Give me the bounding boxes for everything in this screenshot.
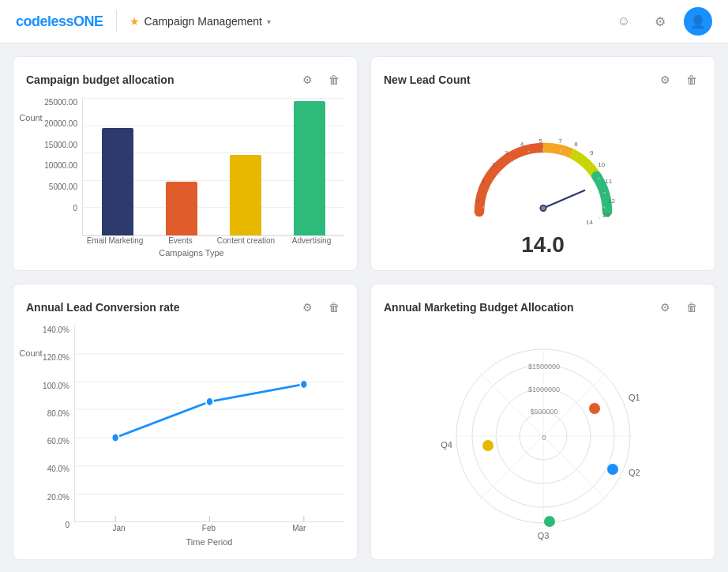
y-label: 40.0% <box>47 465 69 473</box>
logo: codelessONE <box>16 13 103 30</box>
settings-button[interactable]: ⚙ <box>655 297 675 318</box>
bar-chart-area: Count 25000.00 20000.00 15000.00 10000.0… <box>26 98 344 258</box>
header-divider <box>116 10 117 32</box>
delete-button[interactable]: 🗑 <box>324 297 344 318</box>
y-label: 80.0% <box>47 409 69 418</box>
y-label: 120.0% <box>43 353 69 362</box>
annual-conversion-card: Annual Lead Conversion rate ⚙ 🗑 Count 14… <box>13 284 358 560</box>
line-chart: Count 140.0% 120.0% 100.0% 80.0% 60.0% 4… <box>26 326 344 547</box>
card-header: Campaign budget allocation ⚙ 🗑 <box>26 70 344 90</box>
bar-group-email <box>91 101 145 235</box>
svg-text:10: 10 <box>598 161 605 168</box>
radial-svg: $500000 $1000000 $1500000 0 Q1 Q2 Q3 Q4 <box>433 326 654 547</box>
svg-text:7: 7 <box>558 137 562 145</box>
y-label: 10000.00 <box>44 161 77 170</box>
gauge-svg: 0 1 2 3 4 5 7 8 9 10 11 12 13 14 <box>448 98 638 240</box>
svg-text:Q2: Q2 <box>629 468 640 477</box>
svg-text:9: 9 <box>589 149 593 156</box>
svg-text:13: 13 <box>602 212 609 219</box>
svg-text:0: 0 <box>475 198 479 205</box>
bar-advertising <box>294 101 325 235</box>
bar-group-content <box>219 101 273 235</box>
y-label: 60.0% <box>47 437 69 446</box>
svg-text:$1000000: $1000000 <box>527 386 559 393</box>
chevron-down-icon: ▾ <box>267 17 271 26</box>
bar-email <box>102 128 133 235</box>
dashboard: Campaign budget allocation ⚙ 🗑 Count 250… <box>0 43 728 572</box>
svg-line-28 <box>543 190 584 209</box>
grid-line <box>83 98 344 99</box>
svg-point-59 <box>589 403 600 414</box>
avatar[interactable]: 👤 <box>684 7 712 36</box>
x-label-jan: Jan <box>113 524 126 532</box>
annual-budget-card: Annual Marketing Budget Allocation ⚙ 🗑 $… <box>370 284 715 560</box>
svg-point-30 <box>541 206 545 210</box>
bars-area <box>82 98 344 236</box>
bar-group-advertising <box>282 101 336 235</box>
logo-highlight: ONE <box>73 13 103 29</box>
svg-text:8: 8 <box>574 141 578 148</box>
svg-text:11: 11 <box>605 178 612 185</box>
svg-text:Q4: Q4 <box>441 440 452 450</box>
y-label: 140.0% <box>43 326 69 334</box>
svg-point-61 <box>544 516 555 527</box>
svg-point-62 <box>482 440 493 451</box>
new-lead-count-card: New Lead Count ⚙ 🗑 0 1 2 <box>370 56 715 271</box>
gauge-value: 14.0 <box>521 232 565 258</box>
card-header: Annual Marketing Budget Allocation ⚙ 🗑 <box>384 297 702 318</box>
delete-button[interactable]: 🗑 <box>324 70 344 90</box>
x-label: Advertising <box>279 236 344 245</box>
settings-button[interactable]: ⚙ <box>297 297 317 318</box>
card-actions: ⚙ 🗑 <box>655 70 702 90</box>
svg-text:$500000: $500000 <box>530 408 557 416</box>
delete-button[interactable]: 🗑 <box>681 70 702 90</box>
bar-chart: Count 25000.00 20000.00 15000.00 10000.0… <box>26 98 344 258</box>
card-header: New Lead Count ⚙ 🗑 <box>384 70 702 90</box>
svg-text:Q3: Q3 <box>537 531 549 540</box>
y-axis-title: Count <box>19 113 42 122</box>
header: codelessONE ★ Campaign Management ▾ ☺ ⚙ … <box>0 0 728 43</box>
annual-conversion-title: Annual Lead Conversion rate <box>26 301 297 314</box>
line-y-axis: 140.0% 120.0% 100.0% 80.0% 60.0% 40.0% 2… <box>39 326 74 547</box>
delete-button[interactable]: 🗑 <box>681 297 702 318</box>
x-axis-title: Campaigns Type <box>39 248 344 258</box>
svg-point-40 <box>112 433 119 442</box>
budget-allocation-title: Campaign budget allocation <box>26 73 297 86</box>
new-lead-title: New Lead Count <box>384 73 655 86</box>
x-label-mar: Mar <box>292 524 306 532</box>
y-label: 0 <box>73 204 77 213</box>
svg-text:Q1: Q1 <box>629 393 640 402</box>
bar-events <box>166 182 197 235</box>
budget-allocation-card: Campaign budget allocation ⚙ 🗑 Count 250… <box>13 56 358 271</box>
line-x-labels: Jan Feb Mar <box>74 522 344 534</box>
svg-text:2: 2 <box>491 161 495 168</box>
star-icon: ★ <box>129 15 140 28</box>
radial-container: $500000 $1000000 $1500000 0 Q1 Q2 Q3 Q4 <box>384 326 702 547</box>
card-actions: ⚙ 🗑 <box>297 70 344 90</box>
logo-text: codeless <box>16 13 73 29</box>
y-axis: 25000.00 20000.00 15000.00 10000.00 5000… <box>39 98 82 236</box>
y-label: 5000.00 <box>49 183 77 191</box>
y-label: 20000.00 <box>44 119 77 128</box>
svg-point-60 <box>607 464 618 475</box>
bar-content <box>230 155 261 235</box>
svg-text:12: 12 <box>607 198 614 205</box>
line-plot-area <box>74 326 344 522</box>
settings-button[interactable]: ⚙ <box>297 70 317 90</box>
svg-point-42 <box>300 380 307 389</box>
svg-text:5: 5 <box>538 137 542 145</box>
settings-icon-button[interactable]: ⚙ <box>647 9 673 34</box>
avatar-icon: 👤 <box>690 14 706 29</box>
card-actions: ⚙ 🗑 <box>655 297 702 318</box>
x-label-feb: Feb <box>202 524 216 532</box>
card-actions: ⚙ 🗑 <box>297 297 344 318</box>
x-label: Content creation <box>213 236 279 245</box>
y-label: 0 <box>65 521 69 529</box>
emoji-icon-button[interactable]: ☺ <box>611 9 636 34</box>
line-svg <box>75 326 344 521</box>
settings-button[interactable]: ⚙ <box>655 70 675 90</box>
svg-text:0: 0 <box>542 434 546 442</box>
svg-text:3: 3 <box>504 149 508 156</box>
y-label: 20.0% <box>47 493 69 502</box>
x-label: Events <box>148 236 213 245</box>
